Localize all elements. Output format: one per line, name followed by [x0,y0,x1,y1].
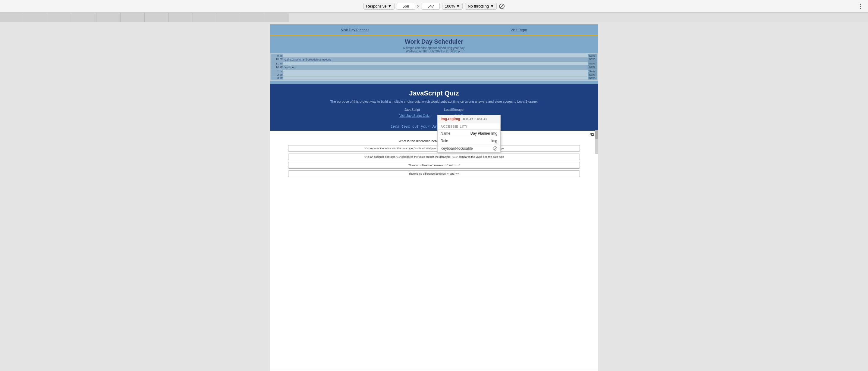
cal-row: 2 pm Save [271,73,597,76]
tooltip-value-keyboard [493,146,497,150]
tab-item[interactable] [265,13,289,22]
cal-time: 3 pm [271,76,283,79]
tooltip-row-keyboard: Keyboard-focusable [438,145,500,153]
tab-item[interactable] [169,13,193,22]
no-throttle-icon [499,4,504,9]
tab-item[interactable] [145,13,169,22]
cal-input[interactable] [283,73,588,76]
cal-row: 9 am Save [271,54,597,58]
cal-row: 1 pm Save [271,70,597,73]
quiz-preview: Lets test out your JavaScript knowledge!… [270,123,598,181]
quiz-question: What is the difference between '=', '=='… [270,138,598,145]
tooltip-label-keyboard: Keyboard-focusable [441,146,473,150]
cal-row: 3 pm Save [271,76,597,80]
tooltip-section-title: ACCESSIBILITY [438,123,500,130]
wds-title: Work Day Scheduler [270,37,598,46]
scrollbar-thumb[interactable] [595,130,598,139]
visit-repo-link-wds[interactable]: Visit Repo [510,28,527,32]
accessibility-tooltip: img.regImg 408.39 × 183.38 ACCESSIBILITY… [437,115,501,153]
tab-item[interactable] [48,13,72,22]
cal-input[interactable] [283,62,588,65]
visit-js-quiz-link[interactable]: Visit JavaScript Quiz [399,114,430,117]
tooltip-tag: img.regImg [441,117,460,121]
tooltip-value-name: Day Planner Img [470,131,497,136]
zoom-arrow: ▼ [456,4,460,8]
cal-save-btn[interactable]: Save [588,65,597,70]
scrollbar-track[interactable] [595,130,598,154]
cal-input[interactable] [283,76,588,79]
cal-save-btn[interactable]: Save [588,54,597,57]
dimension-separator: x [417,4,420,8]
cal-time: 10 am [271,58,283,62]
cal-input[interactable] [283,54,588,57]
quiz-title-suffix: vaScript Quiz [416,90,459,97]
cal-row: 10 am Call Customer and schedule a meeti… [271,58,597,62]
quiz-tag-ls: LocalStorage [444,108,464,111]
cal-row: 12 pm Workout Save [271,65,597,70]
quiz-options: '=' compares the value and the data type… [270,145,598,181]
tooltip-row-name: Name Day Planner Img [438,130,500,137]
cal-time: 12 pm [271,65,283,70]
wds-nav: Visit Day Planner Visit Repo [270,27,598,33]
quiz-number: 42 [270,131,598,138]
cal-time: 9 am [271,54,283,57]
tabbar [0,13,868,22]
cal-time: 11 am [271,62,283,65]
quiz-links: Visit JavaScript Quiz Visit Repo [270,113,598,119]
responsive-select[interactable]: Responsive ▼ [364,3,395,10]
tab-item[interactable] [0,13,24,22]
tab-item[interactable] [241,13,265,22]
cal-input[interactable]: Call Customer and schedule a meeting [283,58,588,62]
tab-item[interactable] [121,13,145,22]
tooltip-label-role: Role [441,139,448,143]
toolbar: Responsive ▼ x 100% ▼ No throttling ▼ ⋮ [0,0,868,13]
cal-save-btn[interactable]: Save [588,58,597,62]
cal-save-btn[interactable]: Save [588,70,597,73]
toolbar-center: Responsive ▼ x 100% ▼ No throttling ▼ [364,3,504,10]
tooltip-header: img.regImg 408.39 × 183.38 [438,115,500,123]
cal-input[interactable] [283,70,588,73]
content-area: Visit Day Planner Visit Repo Work Day Sc… [0,22,868,371]
throttle-select[interactable]: No throttling ▼ [465,3,497,10]
wds-subtitle1: A simple calendar app for scheduling you… [270,46,598,50]
cal-save-btn[interactable]: Save [588,73,597,76]
tooltip-dimensions: 408.39 × 183.38 [463,117,487,121]
quiz-banner: Lets test out your JavaScript knowledge! [270,123,598,131]
calendar-container: 9 am Save 10 am Call Customer and schedu… [270,53,598,81]
gold-bar [270,35,598,36]
responsive-arrow: ▼ [388,4,392,8]
quiz-option-2[interactable]: '=' is an assigner operator, '==' compar… [288,154,580,160]
cal-save-btn[interactable]: Save [588,62,597,65]
zoom-label: 100% [445,4,455,8]
cal-time: 2 pm [271,73,283,76]
quiz-title: JavaScript Quiz [270,87,598,99]
tab-item[interactable] [24,13,48,22]
quiz-option-1[interactable]: '=' compares the value and the data type… [288,145,580,152]
zoom-select[interactable]: 100% ▼ [442,3,463,10]
throttle-arrow: ▼ [490,4,494,8]
tab-item[interactable] [193,13,217,22]
cal-save-btn[interactable]: Save [588,76,597,79]
browser-frame: Visit Day Planner Visit Repo Work Day Sc… [270,24,598,371]
tab-item[interactable] [96,13,121,22]
not-focusable-icon [493,146,497,150]
cal-input[interactable]: Workout [283,65,588,70]
tooltip-row-role: Role img [438,137,500,145]
quiz-option-3[interactable]: There no difference between '==' and '==… [288,162,580,169]
quiz-option-4[interactable]: There is no difference between '=' and '… [288,170,580,177]
visit-day-planner-link[interactable]: Visit Day Planner [341,28,369,32]
quiz-tags: JavaScript LocalStorage [270,107,598,113]
width-input[interactable] [397,3,415,10]
height-input[interactable] [422,3,440,10]
cal-time: 1 pm [271,70,283,73]
quiz-section: JavaScript Quiz The purpose of this proj… [270,84,598,123]
tooltip-value-role: img [492,139,497,143]
cal-row: 11 am Save [271,62,597,65]
more-options-button[interactable]: ⋮ [858,3,863,10]
quiz-tag-js: JavaScript [404,108,420,111]
tab-item[interactable] [72,13,96,22]
throttle-label: No throttling [468,4,489,8]
tab-item[interactable] [217,13,241,22]
tooltip-label-name: Name [441,131,450,136]
responsive-label: Responsive [366,4,387,8]
